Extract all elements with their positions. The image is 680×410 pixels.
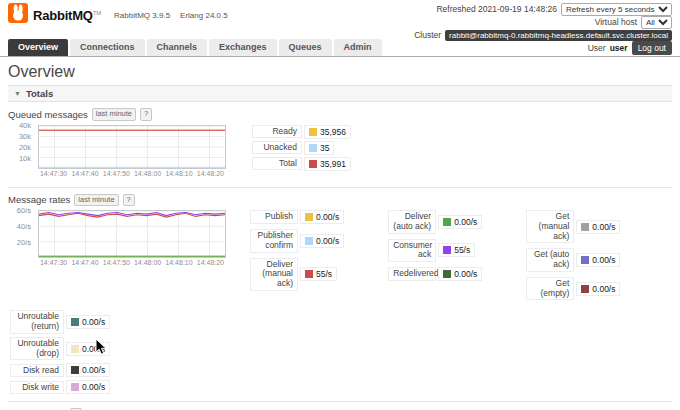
page-title: Overview [8, 63, 672, 81]
legend-label: Unacked [252, 141, 302, 155]
legend-row-get-manual-ack: Get (manual ack) 0.00/s [526, 210, 620, 243]
legend-value: 0.00/s [82, 382, 105, 392]
top-bar: RabbitMQTM RabbitMQ 3.9.5 Erlang 24.0.5 … [0, 0, 680, 57]
legend-label: Deliver (auto ack) [388, 210, 436, 234]
vhost-select[interactable]: All [641, 16, 672, 29]
legend-value: 55/s [316, 269, 332, 279]
legend-label: Consumer ack [388, 239, 436, 263]
section-divider [8, 401, 672, 402]
legend-swatch [305, 270, 313, 278]
rabbitmq-version: RabbitMQ 3.9.5 [114, 11, 170, 20]
rates-legend-col-2: Deliver (auto ack) 0.00/s Consumer ack 5… [388, 210, 482, 300]
user-row: User user Log out [588, 42, 672, 54]
top-bar-right: Refreshed 2021-09-19 14:48:26 Refresh ev… [414, 3, 672, 56]
legend-label: Get (auto ack) [526, 248, 574, 272]
refresh-interval-select[interactable]: Refresh every 5 seconds [561, 3, 672, 16]
section-divider [8, 187, 672, 188]
refresh-row: Refreshed 2021-09-19 14:48:26 Refresh ev… [436, 3, 672, 15]
rates-legend-columns: Publish 0.00/s Publisher confirm 0.00/s … [250, 210, 620, 300]
rates-help-icon[interactable]: ? [123, 194, 135, 207]
logout-button[interactable]: Log out [632, 41, 672, 55]
legend-label: Disk write [10, 381, 64, 395]
legend-value: 55/s [454, 245, 470, 255]
queued-chart-yaxis: 40k30k20k10k [9, 125, 34, 169]
legend-swatch [581, 256, 589, 264]
top-bar-left: RabbitMQTM RabbitMQ 3.9.5 Erlang 24.0.5 … [8, 3, 382, 56]
queued-chart-xaxis: 14:47:3014:47:4014:47:5014:48:0014:48:10… [38, 169, 226, 180]
legend-label: Redelivered [388, 267, 436, 281]
rates-legend-col-1: Publish 0.00/s Publisher confirm 0.00/s … [250, 210, 344, 300]
legend-row-unacked: Unacked 35 [252, 141, 351, 155]
legend-row-publish: Publish 0.00/s [250, 210, 344, 224]
legend-value: 0.00/s [592, 284, 615, 294]
rates-chart-yaxis: 60/s40/s20/s [9, 210, 34, 258]
legend-swatch [443, 246, 451, 254]
legend-value: 0.00/s [592, 222, 615, 232]
cluster-label: Cluster [414, 30, 441, 40]
legend-row-total: Total 35,991 [252, 157, 351, 171]
legend-row-get-empty: Get (empty) 0.00/s [526, 277, 620, 301]
rabbitmq-logo-icon[interactable] [8, 3, 28, 27]
tab-exchanges[interactable]: Exchanges [209, 39, 277, 56]
tab-overview[interactable]: Overview [8, 39, 68, 56]
rates-period-badge[interactable]: last minute [74, 194, 118, 207]
rates-chart-area: 60/s40/s20/s 14:47:3014:47:4014:47:5014:… [38, 210, 226, 269]
legend-label: Get (empty) [526, 277, 574, 301]
rates-chart-block: 60/s40/s20/s 14:47:3014:47:4014:47:5014:… [8, 210, 672, 300]
rates-legend-col-3: Get (manual ack) 0.00/s Get (auto ack) 0… [526, 210, 620, 300]
legend-value: 0.00/s [454, 269, 477, 279]
legend-value: 0.00/s [316, 212, 339, 222]
vhost-row: Virtual host All [595, 16, 672, 28]
tab-channels[interactable]: Channels [147, 39, 208, 56]
legend-label: Disk read [10, 364, 64, 378]
user-name: user [610, 43, 628, 53]
tab-connections[interactable]: Connections [70, 39, 145, 56]
legend-swatch [71, 383, 79, 391]
legend-label: Publish [250, 210, 298, 224]
tab-queues[interactable]: Queues [279, 39, 332, 56]
legend-swatch [581, 223, 589, 231]
legend-value-cell: 0.00/s [66, 363, 110, 377]
legend-value: 35,956 [320, 127, 346, 137]
vhost-label: Virtual host [595, 17, 637, 27]
totals-section-header[interactable]: ▼ Totals [8, 85, 672, 102]
legend-swatch [309, 128, 317, 136]
legend-swatch [71, 345, 79, 353]
message-rates-title: Message rates [8, 194, 70, 205]
user-label: User [588, 43, 606, 53]
queued-chart-area: 40k30k20k10k 14:47:3014:47:4014:47:5014:… [38, 125, 226, 180]
queued-period-badge[interactable]: last minute [92, 108, 136, 121]
logo-row: RabbitMQTM RabbitMQ 3.9.5 Erlang 24.0.5 [8, 3, 382, 27]
legend-value-cell: 0.00/s [300, 234, 344, 248]
queued-chart [38, 125, 226, 169]
legend-row-disk-read: Disk read 0.00/s [10, 363, 672, 377]
legend-value: 0.00/s [82, 365, 105, 375]
legend-label: Get (manual ack) [526, 210, 574, 243]
legend-value-cell: 0.00/s [438, 215, 482, 229]
queued-legend: Ready 35,956 Unacked 35 Total 35,991 [252, 125, 351, 171]
rates-chart-xaxis: 14:47:3014:47:4014:47:5014:48:0014:48:10… [38, 258, 226, 269]
legend-label: Publisher confirm [250, 229, 298, 253]
legend-swatch [305, 237, 313, 245]
legend-row-redelivered: Redelivered 0.00/s [388, 267, 482, 281]
legend-row-ready: Ready 35,956 [252, 125, 351, 139]
legend-row-unroutable-drop: Unroutable (drop) 0.00/s [10, 337, 672, 361]
legend-value-cell: 0.00/s [576, 282, 620, 296]
trademark: TM [93, 9, 101, 15]
queued-help-icon[interactable]: ? [140, 108, 152, 121]
legend-value-cell: 0.00/s [576, 253, 620, 267]
legend-value: 0.00/s [316, 236, 339, 246]
tab-admin[interactable]: Admin [334, 39, 382, 56]
legend-value: 0.00/s [592, 255, 615, 265]
legend-row-deliver-auto-ack: Deliver (auto ack) 0.00/s [388, 210, 482, 234]
refreshed-timestamp: Refreshed 2021-09-19 14:48:26 [436, 4, 557, 14]
legend-value-cell: 0.00/s [576, 220, 620, 234]
legend-swatch [443, 218, 451, 226]
queued-chart-block: 40k30k20k10k 14:47:3014:47:4014:47:5014:… [8, 125, 672, 180]
legend-value-cell: 0.00/s [438, 267, 482, 281]
legend-value-cell: 35 [304, 141, 334, 155]
queued-messages-header: Queued messages last minute ? [8, 108, 672, 121]
legend-swatch [309, 144, 317, 152]
product-name[interactable]: RabbitMQTM [33, 8, 101, 23]
legend-swatch [443, 270, 451, 278]
